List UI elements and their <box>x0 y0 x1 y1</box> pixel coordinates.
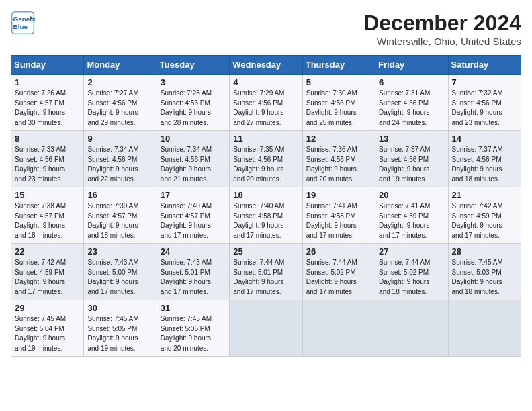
calendar-day-cell: 24Sunrise: 7:43 AM Sunset: 5:01 PM Dayli… <box>157 244 229 300</box>
day-number: 21 <box>452 190 517 200</box>
calendar-subtitle: Wintersville, Ohio, United States <box>363 36 521 47</box>
day-number: 24 <box>161 246 226 257</box>
logo-icon: General Blue <box>11 11 35 35</box>
day-info: Sunrise: 7:29 AM Sunset: 4:56 PM Dayligh… <box>233 89 298 128</box>
day-info: Sunrise: 7:35 AM Sunset: 4:56 PM Dayligh… <box>233 145 298 184</box>
calendar-week-row: 15Sunrise: 7:38 AM Sunset: 4:57 PM Dayli… <box>11 187 521 244</box>
calendar-day-cell: 15Sunrise: 7:38 AM Sunset: 4:57 PM Dayli… <box>11 187 84 244</box>
day-info: Sunrise: 7:31 AM Sunset: 4:56 PM Dayligh… <box>379 89 444 128</box>
day-number: 8 <box>15 134 80 144</box>
day-info: Sunrise: 7:45 AM Sunset: 5:03 PM Dayligh… <box>452 258 517 297</box>
calendar-day-cell: 9Sunrise: 7:34 AM Sunset: 4:56 PM Daylig… <box>84 131 157 187</box>
calendar-day-cell: 30Sunrise: 7:45 AM Sunset: 5:05 PM Dayli… <box>84 300 157 357</box>
day-number: 9 <box>87 134 152 144</box>
day-info: Sunrise: 7:37 AM Sunset: 4:56 PM Dayligh… <box>452 145 517 184</box>
title-block: December 2024 Wintersville, Ohio, United… <box>363 11 521 47</box>
day-info: Sunrise: 7:37 AM Sunset: 4:56 PM Dayligh… <box>379 145 444 184</box>
day-number: 23 <box>87 246 152 257</box>
calendar-day-cell: 18Sunrise: 7:40 AM Sunset: 4:58 PM Dayli… <box>230 187 302 244</box>
calendar-day-cell <box>375 300 448 357</box>
weekday-header: Monday <box>84 56 157 75</box>
day-number: 31 <box>161 303 226 313</box>
day-info: Sunrise: 7:32 AM Sunset: 4:56 PM Dayligh… <box>452 89 517 128</box>
calendar-day-cell: 17Sunrise: 7:40 AM Sunset: 4:57 PM Dayli… <box>157 187 229 244</box>
weekday-header: Sunday <box>11 56 84 75</box>
day-info: Sunrise: 7:45 AM Sunset: 5:05 PM Dayligh… <box>161 314 226 353</box>
calendar-day-cell: 13Sunrise: 7:37 AM Sunset: 4:56 PM Dayli… <box>375 131 448 187</box>
calendar-day-cell: 8Sunrise: 7:33 AM Sunset: 4:56 PM Daylig… <box>11 131 84 187</box>
weekday-header: Tuesday <box>157 56 229 75</box>
day-info: Sunrise: 7:26 AM Sunset: 4:57 PM Dayligh… <box>15 89 80 128</box>
day-info: Sunrise: 7:42 AM Sunset: 4:59 PM Dayligh… <box>15 258 80 297</box>
calendar-day-cell: 26Sunrise: 7:44 AM Sunset: 5:02 PM Dayli… <box>302 244 375 300</box>
calendar-day-cell: 10Sunrise: 7:34 AM Sunset: 4:56 PM Dayli… <box>157 131 229 187</box>
day-number: 7 <box>452 77 517 87</box>
calendar-day-cell: 29Sunrise: 7:45 AM Sunset: 5:04 PM Dayli… <box>11 300 84 357</box>
day-info: Sunrise: 7:42 AM Sunset: 4:59 PM Dayligh… <box>452 201 517 240</box>
day-info: Sunrise: 7:43 AM Sunset: 5:00 PM Dayligh… <box>87 258 152 297</box>
calendar-day-cell: 2Sunrise: 7:27 AM Sunset: 4:56 PM Daylig… <box>84 75 157 131</box>
calendar-day-cell: 1Sunrise: 7:26 AM Sunset: 4:57 PM Daylig… <box>11 75 84 131</box>
day-number: 22 <box>15 246 80 257</box>
day-number: 1 <box>15 77 80 87</box>
day-info: Sunrise: 7:40 AM Sunset: 4:57 PM Dayligh… <box>161 201 226 240</box>
day-info: Sunrise: 7:30 AM Sunset: 4:56 PM Dayligh… <box>306 89 371 128</box>
day-info: Sunrise: 7:28 AM Sunset: 4:56 PM Dayligh… <box>161 89 226 128</box>
calendar-title: December 2024 <box>363 11 521 36</box>
logo: General Blue <box>11 11 35 35</box>
day-number: 13 <box>379 134 444 144</box>
calendar-week-row: 22Sunrise: 7:42 AM Sunset: 4:59 PM Dayli… <box>11 244 521 300</box>
weekday-header: Thursday <box>302 56 375 75</box>
day-info: Sunrise: 7:45 AM Sunset: 5:04 PM Dayligh… <box>15 314 80 353</box>
calendar-week-row: 8Sunrise: 7:33 AM Sunset: 4:56 PM Daylig… <box>11 131 521 187</box>
calendar-day-cell: 23Sunrise: 7:43 AM Sunset: 5:00 PM Dayli… <box>84 244 157 300</box>
day-number: 18 <box>233 190 298 200</box>
day-number: 26 <box>306 246 371 257</box>
calendar-day-cell: 14Sunrise: 7:37 AM Sunset: 4:56 PM Dayli… <box>448 131 521 187</box>
calendar-day-cell: 25Sunrise: 7:44 AM Sunset: 5:01 PM Dayli… <box>230 244 302 300</box>
calendar-week-row: 1Sunrise: 7:26 AM Sunset: 4:57 PM Daylig… <box>11 75 521 131</box>
calendar-day-cell: 27Sunrise: 7:44 AM Sunset: 5:02 PM Dayli… <box>375 244 448 300</box>
day-number: 15 <box>15 190 80 200</box>
weekday-header: Wednesday <box>230 56 302 75</box>
day-number: 12 <box>306 134 371 144</box>
day-info: Sunrise: 7:40 AM Sunset: 4:58 PM Dayligh… <box>233 201 298 240</box>
day-number: 5 <box>306 77 371 87</box>
day-info: Sunrise: 7:34 AM Sunset: 4:56 PM Dayligh… <box>87 145 152 184</box>
day-number: 25 <box>233 246 298 257</box>
day-info: Sunrise: 7:45 AM Sunset: 5:05 PM Dayligh… <box>87 314 152 353</box>
calendar-day-cell: 20Sunrise: 7:41 AM Sunset: 4:59 PM Dayli… <box>375 187 448 244</box>
calendar-day-cell <box>302 300 375 357</box>
day-number: 10 <box>161 134 226 144</box>
calendar-day-cell: 4Sunrise: 7:29 AM Sunset: 4:56 PM Daylig… <box>230 75 302 131</box>
calendar-day-cell: 21Sunrise: 7:42 AM Sunset: 4:59 PM Dayli… <box>448 187 521 244</box>
calendar-day-cell: 22Sunrise: 7:42 AM Sunset: 4:59 PM Dayli… <box>11 244 84 300</box>
calendar-day-cell: 19Sunrise: 7:41 AM Sunset: 4:58 PM Dayli… <box>302 187 375 244</box>
page-header: General Blue December 2024 Wintersville,… <box>11 11 521 47</box>
day-number: 27 <box>379 246 444 257</box>
day-info: Sunrise: 7:33 AM Sunset: 4:56 PM Dayligh… <box>15 145 80 184</box>
calendar-day-cell: 16Sunrise: 7:39 AM Sunset: 4:57 PM Dayli… <box>84 187 157 244</box>
day-number: 29 <box>15 303 80 313</box>
calendar-day-cell: 6Sunrise: 7:31 AM Sunset: 4:56 PM Daylig… <box>375 75 448 131</box>
day-info: Sunrise: 7:41 AM Sunset: 4:59 PM Dayligh… <box>379 201 444 240</box>
calendar-day-cell: 31Sunrise: 7:45 AM Sunset: 5:05 PM Dayli… <box>157 300 229 357</box>
day-info: Sunrise: 7:34 AM Sunset: 4:56 PM Dayligh… <box>161 145 226 184</box>
day-info: Sunrise: 7:41 AM Sunset: 4:58 PM Dayligh… <box>306 201 371 240</box>
calendar-week-row: 29Sunrise: 7:45 AM Sunset: 5:04 PM Dayli… <box>11 300 521 357</box>
calendar-day-cell: 12Sunrise: 7:36 AM Sunset: 4:56 PM Dayli… <box>302 131 375 187</box>
day-number: 2 <box>87 77 152 87</box>
day-info: Sunrise: 7:44 AM Sunset: 5:02 PM Dayligh… <box>379 258 444 297</box>
day-info: Sunrise: 7:44 AM Sunset: 5:02 PM Dayligh… <box>306 258 371 297</box>
day-info: Sunrise: 7:39 AM Sunset: 4:57 PM Dayligh… <box>87 201 152 240</box>
weekday-header: Friday <box>375 56 448 75</box>
calendar-day-cell: 5Sunrise: 7:30 AM Sunset: 4:56 PM Daylig… <box>302 75 375 131</box>
day-info: Sunrise: 7:38 AM Sunset: 4:57 PM Dayligh… <box>15 201 80 240</box>
day-number: 28 <box>452 246 517 257</box>
day-number: 4 <box>233 77 298 87</box>
svg-text:General: General <box>13 15 35 23</box>
calendar-day-cell: 7Sunrise: 7:32 AM Sunset: 4:56 PM Daylig… <box>448 75 521 131</box>
day-info: Sunrise: 7:36 AM Sunset: 4:56 PM Dayligh… <box>306 145 371 184</box>
day-number: 20 <box>379 190 444 200</box>
day-info: Sunrise: 7:44 AM Sunset: 5:01 PM Dayligh… <box>233 258 298 297</box>
